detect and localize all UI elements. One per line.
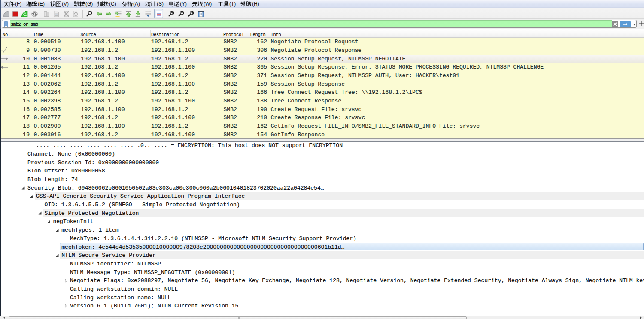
svg-text:010: 010 <box>55 14 58 15</box>
